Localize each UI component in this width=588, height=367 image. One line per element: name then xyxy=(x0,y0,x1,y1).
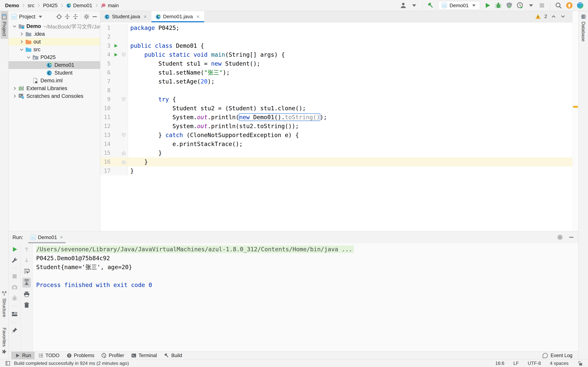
rerun-button[interactable] xyxy=(11,246,18,253)
tree-row[interactable]: out xyxy=(9,38,100,46)
status-item[interactable]: 16:6 xyxy=(495,361,504,366)
editor-tab[interactable]: CDemo01.java xyxy=(151,11,204,22)
status-item[interactable]: LF xyxy=(513,361,519,366)
project-view-selector[interactable]: Project xyxy=(19,14,35,20)
profiler-button[interactable] xyxy=(517,2,524,9)
gutter[interactable]: 2 xyxy=(100,33,128,41)
fold-marker-icon[interactable] xyxy=(121,97,126,102)
gear-icon[interactable] xyxy=(83,14,90,20)
gear-icon[interactable] xyxy=(557,234,563,240)
restore-layout-icon[interactable] xyxy=(11,311,18,317)
gutter[interactable]: 5 xyxy=(100,59,128,68)
status-item[interactable]: UTF-8 xyxy=(528,361,541,366)
hide-panel-button[interactable] xyxy=(568,234,574,240)
breadcrumb-item[interactable]: src xyxy=(27,2,35,8)
tree-row[interactable]: External Libraries xyxy=(9,84,100,92)
tool-stripe-project[interactable]: Project xyxy=(0,11,8,39)
gutter[interactable]: 16 xyxy=(100,158,128,167)
gutter[interactable]: 11 xyxy=(100,113,128,122)
editor-tab[interactable]: CStudent.java xyxy=(100,11,151,22)
debug-button[interactable] xyxy=(495,2,502,9)
status-item[interactable]: 4 spaces xyxy=(550,361,569,366)
warning-count[interactable]: 2 xyxy=(545,13,547,19)
gutter[interactable]: 15 xyxy=(100,149,128,158)
chevron-right-icon[interactable] xyxy=(18,39,25,44)
tool-window-button-run[interactable]: Run xyxy=(11,352,35,359)
run-config-combo[interactable]: Demo01 xyxy=(438,1,480,10)
tree-row[interactable]: Demo~/MacBook/学习文件/Jav xyxy=(9,22,100,30)
pin-tab-icon[interactable] xyxy=(11,327,18,334)
expand-all-button[interactable] xyxy=(64,14,70,20)
gutter[interactable]: 1 xyxy=(100,24,128,33)
breadcrumb-item[interactable]: CDemo01 xyxy=(65,2,93,8)
breadcrumb-item[interactable]: P0425 xyxy=(42,2,58,8)
window-icon[interactable] xyxy=(5,361,10,366)
gutter[interactable]: 14 xyxy=(100,140,128,149)
tree-row[interactable]: Demo.iml xyxy=(9,77,100,84)
tree-row[interactable]: P0425 xyxy=(9,53,100,61)
locate-file-button[interactable] xyxy=(56,14,62,20)
gutter[interactable]: 3 xyxy=(100,41,128,50)
tool-window-button-terminal[interactable]: Terminal xyxy=(128,352,160,359)
search-everywhere-icon[interactable] xyxy=(555,2,562,9)
gutter[interactable]: 9 xyxy=(100,95,128,104)
tool-window-button-build[interactable]: Build xyxy=(160,352,186,359)
fold-marker-icon[interactable] xyxy=(121,150,126,156)
fold-marker-icon[interactable] xyxy=(121,159,126,165)
breadcrumb-item[interactable]: Demo xyxy=(4,2,20,8)
chevron-right-icon[interactable] xyxy=(11,86,18,91)
edit-configuration-icon[interactable] xyxy=(11,257,18,264)
coverage-button[interactable] xyxy=(506,2,513,9)
tree-row[interactable]: CStudent xyxy=(9,69,100,77)
chevron-down-icon[interactable] xyxy=(37,14,43,20)
update-available-icon[interactable] xyxy=(566,2,573,9)
gutter[interactable]: 13 xyxy=(100,131,128,140)
gutter[interactable]: 12 xyxy=(100,122,128,131)
fold-marker-icon[interactable] xyxy=(121,133,126,138)
close-icon[interactable] xyxy=(59,235,64,239)
gutter[interactable]: 7 xyxy=(100,77,128,86)
prev-problem-button[interactable] xyxy=(551,14,556,19)
tool-stripe-database[interactable]: Database xyxy=(580,11,587,44)
run-tab[interactable]: Demo01 xyxy=(28,231,66,243)
breadcrumb-item[interactable]: mmain xyxy=(100,2,119,8)
hide-panel-button[interactable] xyxy=(92,14,98,20)
chevron-down-icon[interactable] xyxy=(11,24,18,29)
user-dropdown-icon[interactable] xyxy=(411,2,418,9)
run-button[interactable] xyxy=(484,2,491,9)
user-icon[interactable] xyxy=(400,2,407,9)
chevron-down-icon[interactable] xyxy=(25,55,32,60)
tool-stripe-favorites[interactable]: Favorites xyxy=(0,325,8,357)
close-icon[interactable] xyxy=(143,14,147,19)
warning-stripe-mark[interactable] xyxy=(573,106,578,108)
console-output[interactable]: /Users/sevenone/Library/Java/JavaVirtual… xyxy=(33,243,578,351)
profiler-dropdown-icon[interactable] xyxy=(527,2,535,9)
gutter[interactable]: 8 xyxy=(100,86,128,95)
gutter[interactable]: 10 xyxy=(100,104,128,113)
chevron-right-icon[interactable] xyxy=(11,94,18,99)
next-problem-button[interactable] xyxy=(560,14,566,19)
lock-icon[interactable] xyxy=(578,361,583,366)
tool-window-button-todo[interactable]: TODO xyxy=(35,352,63,359)
soft-wrap-icon[interactable] xyxy=(23,268,30,274)
tool-window-button-profiler[interactable]: Profiler xyxy=(98,352,128,359)
gutter[interactable]: 6 xyxy=(100,68,128,77)
tool-window-button-problems[interactable]: Problems xyxy=(63,352,98,359)
code-with-me-icon[interactable] xyxy=(577,2,584,9)
chevron-down-icon[interactable] xyxy=(18,47,25,52)
collapse-all-button[interactable] xyxy=(72,14,78,20)
fold-marker-icon[interactable] xyxy=(121,52,126,57)
print-icon[interactable] xyxy=(23,291,30,298)
clear-console-icon[interactable] xyxy=(23,302,30,308)
run-line-icon[interactable] xyxy=(113,52,118,57)
build-hammer-icon[interactable] xyxy=(427,2,434,9)
gutter[interactable]: 17 xyxy=(100,167,128,175)
gutter[interactable]: 4 xyxy=(100,50,128,59)
scroll-to-end-icon[interactable] xyxy=(23,279,30,285)
tree-row[interactable]: .idea xyxy=(9,30,100,38)
event-log-button[interactable]: Event Log xyxy=(542,353,572,359)
close-icon[interactable] xyxy=(196,14,200,19)
run-line-icon[interactable] xyxy=(113,43,118,48)
chevron-right-icon[interactable] xyxy=(18,32,25,36)
tree-row[interactable]: CDemo01 xyxy=(9,61,100,69)
